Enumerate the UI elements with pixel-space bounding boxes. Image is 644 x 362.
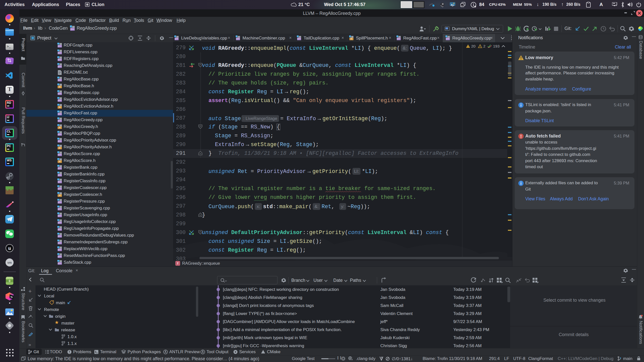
svg-text:u: u — [8, 245, 11, 251]
svg-text:vm: vm — [7, 261, 12, 264]
